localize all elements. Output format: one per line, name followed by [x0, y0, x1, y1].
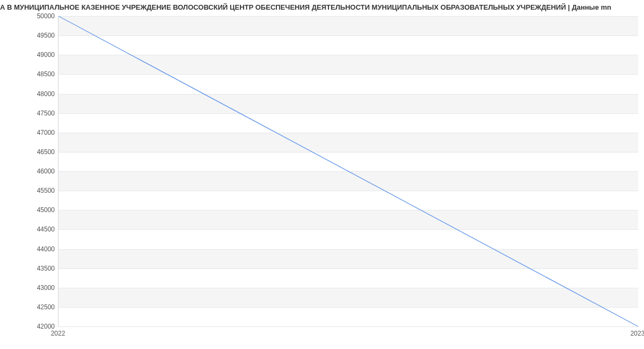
y-tick-label: 43000 [6, 284, 55, 292]
y-tick-label: 42500 [6, 303, 55, 311]
x-tick-label: 2023 [631, 330, 644, 337]
page-title: А В МУНИЦИПАЛЬНОЕ КАЗЕННОЕ УЧРЕЖДЕНИЕ ВО… [0, 3, 644, 11]
y-tick-label: 46000 [6, 168, 55, 175]
y-tick-label: 49500 [6, 32, 55, 39]
gridline [58, 326, 638, 327]
chart-plot-area [58, 16, 638, 327]
y-tick-label: 43500 [6, 265, 55, 272]
y-tick-label: 46500 [6, 148, 55, 156]
y-tick-label: 45000 [6, 206, 55, 214]
y-tick-label: 47500 [6, 110, 55, 117]
y-tick-label: 44000 [6, 245, 55, 253]
y-tick-label: 48500 [6, 70, 55, 78]
y-tick-label: 50000 [6, 12, 55, 20]
x-tick-label: 2022 [51, 330, 65, 337]
y-tick-label: 42000 [6, 323, 55, 330]
y-tick-label: 45500 [6, 187, 55, 194]
line-series [58, 16, 638, 326]
y-tick-label: 49000 [6, 51, 55, 59]
y-tick-label: 48000 [6, 90, 55, 98]
y-tick-label: 44500 [6, 226, 55, 233]
y-tick-label: 47000 [6, 129, 55, 136]
